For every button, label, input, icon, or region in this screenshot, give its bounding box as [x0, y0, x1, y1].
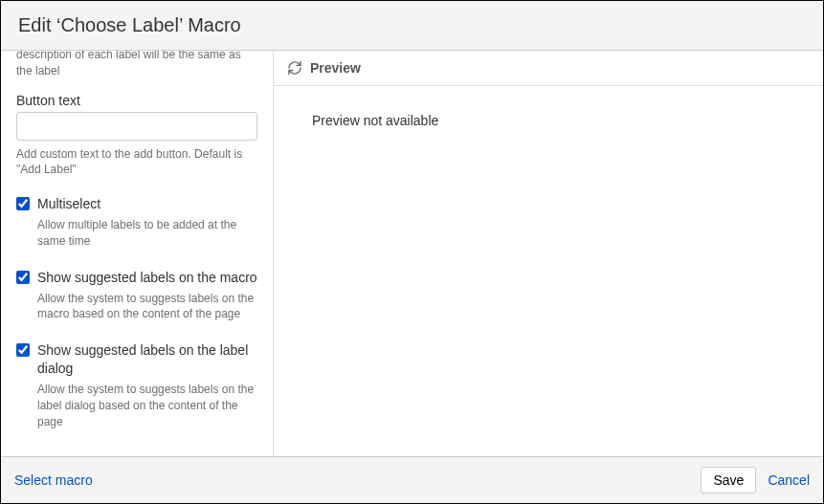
suggested-macro-hint: Allow the system to suggests labels on t…: [37, 291, 257, 323]
preview-body: Preview not available: [274, 86, 823, 456]
suggested-dialog-hint: Allow the system to suggests labels on t…: [37, 382, 257, 429]
suggested-macro-label: Show suggested labels on the macro: [37, 269, 257, 287]
cancel-button[interactable]: Cancel: [768, 472, 810, 488]
truncated-description-hint: description of each label will be the sa…: [16, 51, 257, 79]
suggested-dialog-label: Show suggested labels on the label dialo…: [37, 341, 257, 378]
suggested-macro-row: Show suggested labels on the macro: [16, 269, 257, 287]
multiselect-label: Multiselect: [37, 195, 100, 213]
button-text-input[interactable]: [16, 112, 257, 141]
preview-header: Preview: [274, 51, 823, 86]
preview-title: Preview: [310, 60, 361, 76]
multiselect-hint: Allow multiple labels to be added at the…: [37, 217, 257, 250]
refresh-icon[interactable]: [287, 60, 302, 76]
save-button[interactable]: Save: [701, 467, 756, 493]
select-macro-link[interactable]: Select macro: [14, 472, 93, 488]
suggested-dialog-checkbox[interactable]: [16, 343, 30, 357]
preview-panel: Preview Preview not available: [274, 51, 823, 456]
multiselect-checkbox[interactable]: [16, 197, 30, 210]
suggested-dialog-row: Show suggested labels on the label dialo…: [16, 341, 257, 378]
suggested-macro-checkbox[interactable]: [16, 271, 30, 284]
button-text-hint: Add custom text to the add button. Defau…: [16, 146, 257, 179]
multiselect-row: Multiselect: [16, 195, 257, 213]
dialog-body: description of each label will be the sa…: [1, 51, 823, 456]
macro-edit-dialog: Edit ‘Choose Label’ Macro description of…: [0, 0, 824, 504]
dialog-footer: Select macro Save Cancel: [1, 456, 823, 503]
button-text-label: Button text: [16, 93, 257, 108]
dialog-title: Edit ‘Choose Label’ Macro: [18, 14, 806, 36]
form-panel: description of each label will be the sa…: [1, 51, 274, 456]
dialog-header: Edit ‘Choose Label’ Macro: [1, 1, 823, 51]
